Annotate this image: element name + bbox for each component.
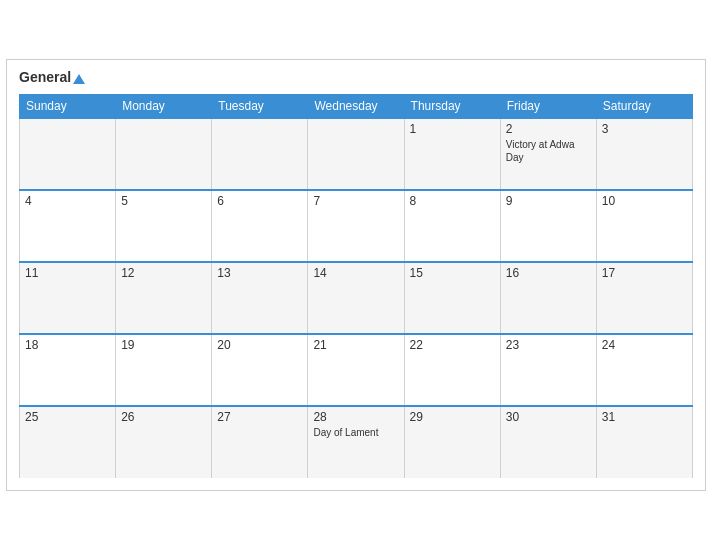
day-number: 17 <box>602 266 687 280</box>
day-number: 15 <box>410 266 495 280</box>
day-number: 31 <box>602 410 687 424</box>
calendar-cell <box>20 118 116 190</box>
logo-general-text: General <box>19 70 85 85</box>
day-number: 29 <box>410 410 495 424</box>
day-number: 10 <box>602 194 687 208</box>
day-number: 8 <box>410 194 495 208</box>
holiday-label: Day of Lament <box>313 426 398 439</box>
day-number: 4 <box>25 194 110 208</box>
calendar-grid: SundayMondayTuesdayWednesdayThursdayFrid… <box>19 94 693 478</box>
calendar-week-5: 25262728Day of Lament293031 <box>20 406 693 478</box>
calendar-week-3: 11121314151617 <box>20 262 693 334</box>
weekday-header-sunday: Sunday <box>20 94 116 118</box>
calendar-cell: 11 <box>20 262 116 334</box>
calendar-cell: 17 <box>596 262 692 334</box>
day-number: 25 <box>25 410 110 424</box>
day-number: 9 <box>506 194 591 208</box>
calendar-cell: 23 <box>500 334 596 406</box>
day-number: 5 <box>121 194 206 208</box>
day-number: 23 <box>506 338 591 352</box>
weekday-header-wednesday: Wednesday <box>308 94 404 118</box>
calendar-cell: 9 <box>500 190 596 262</box>
calendar-cell: 31 <box>596 406 692 478</box>
calendar-week-2: 45678910 <box>20 190 693 262</box>
weekday-header-thursday: Thursday <box>404 94 500 118</box>
calendar-cell: 19 <box>116 334 212 406</box>
logo: General <box>19 70 85 85</box>
day-number: 26 <box>121 410 206 424</box>
day-number: 2 <box>506 122 591 136</box>
day-number: 14 <box>313 266 398 280</box>
day-number: 24 <box>602 338 687 352</box>
calendar-cell: 1 <box>404 118 500 190</box>
calendar-cell: 29 <box>404 406 500 478</box>
day-number: 18 <box>25 338 110 352</box>
weekday-header-tuesday: Tuesday <box>212 94 308 118</box>
calendar-cell: 10 <box>596 190 692 262</box>
calendar-cell <box>212 118 308 190</box>
calendar-cell: 16 <box>500 262 596 334</box>
day-number: 22 <box>410 338 495 352</box>
calendar-cell: 3 <box>596 118 692 190</box>
day-number: 13 <box>217 266 302 280</box>
holiday-label: Victory at Adwa Day <box>506 138 591 164</box>
day-number: 16 <box>506 266 591 280</box>
day-number: 12 <box>121 266 206 280</box>
calendar-cell: 28Day of Lament <box>308 406 404 478</box>
day-number: 27 <box>217 410 302 424</box>
calendar-cell: 8 <box>404 190 500 262</box>
calendar-cell: 4 <box>20 190 116 262</box>
calendar-cell: 14 <box>308 262 404 334</box>
calendar-cell: 21 <box>308 334 404 406</box>
calendar-cell <box>116 118 212 190</box>
calendar-body: 12Victory at Adwa Day3456789101112131415… <box>20 118 693 478</box>
calendar-week-4: 18192021222324 <box>20 334 693 406</box>
calendar-cell: 12 <box>116 262 212 334</box>
day-number: 20 <box>217 338 302 352</box>
calendar-cell: 13 <box>212 262 308 334</box>
day-number: 7 <box>313 194 398 208</box>
calendar-cell: 7 <box>308 190 404 262</box>
day-number: 19 <box>121 338 206 352</box>
day-number: 21 <box>313 338 398 352</box>
calendar-cell: 24 <box>596 334 692 406</box>
day-number: 6 <box>217 194 302 208</box>
calendar-cell: 5 <box>116 190 212 262</box>
day-number: 3 <box>602 122 687 136</box>
weekday-header-monday: Monday <box>116 94 212 118</box>
calendar-header: General <box>19 70 693 85</box>
calendar-cell: 30 <box>500 406 596 478</box>
calendar-cell: 18 <box>20 334 116 406</box>
logo-triangle-icon <box>73 74 85 84</box>
calendar-cell: 15 <box>404 262 500 334</box>
calendar-cell: 25 <box>20 406 116 478</box>
calendar-cell <box>308 118 404 190</box>
calendar-cell: 20 <box>212 334 308 406</box>
day-number: 1 <box>410 122 495 136</box>
calendar-cell: 2Victory at Adwa Day <box>500 118 596 190</box>
calendar-week-1: 12Victory at Adwa Day3 <box>20 118 693 190</box>
day-number: 11 <box>25 266 110 280</box>
day-number: 30 <box>506 410 591 424</box>
day-number: 28 <box>313 410 398 424</box>
calendar-cell: 26 <box>116 406 212 478</box>
calendar-cell: 27 <box>212 406 308 478</box>
weekday-header-saturday: Saturday <box>596 94 692 118</box>
weekday-header-friday: Friday <box>500 94 596 118</box>
calendar-container: General SundayMondayTuesdayWednesdayThur… <box>6 59 706 490</box>
calendar-header-row: SundayMondayTuesdayWednesdayThursdayFrid… <box>20 94 693 118</box>
calendar-cell: 22 <box>404 334 500 406</box>
calendar-cell: 6 <box>212 190 308 262</box>
